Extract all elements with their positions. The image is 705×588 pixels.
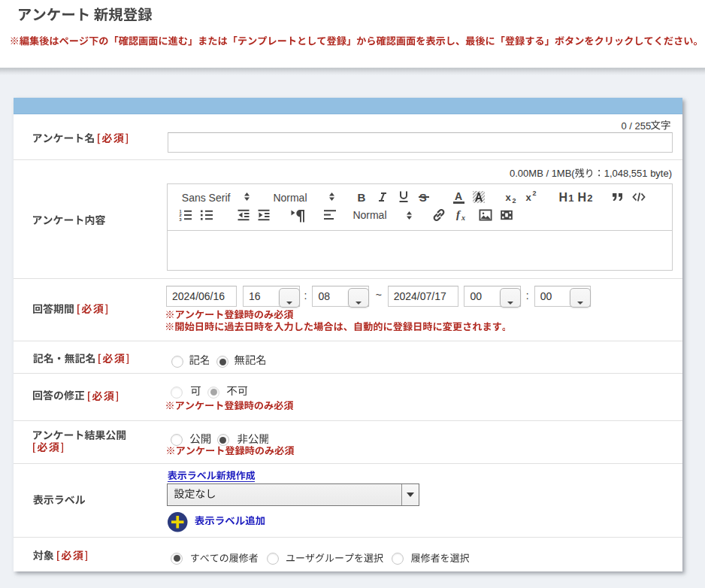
svg-text:3: 3 xyxy=(179,217,181,222)
